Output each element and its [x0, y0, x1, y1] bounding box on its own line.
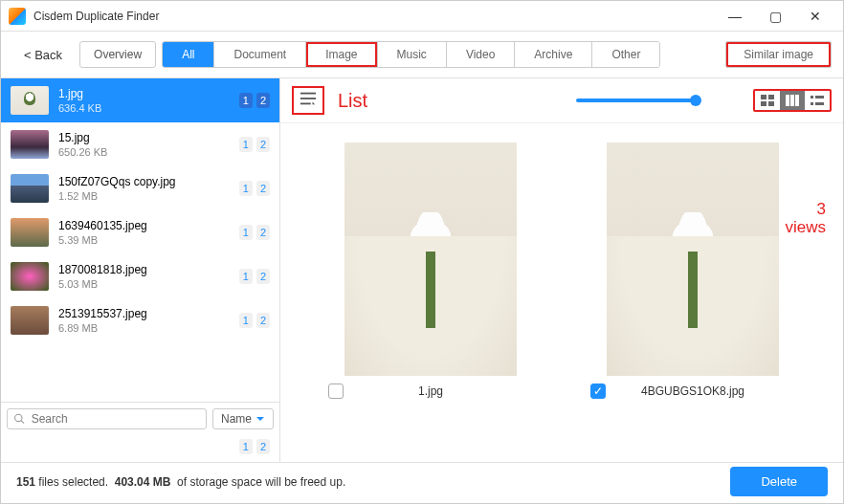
zoom-slider[interactable] — [377, 99, 744, 102]
minimize-button[interactable]: — — [715, 3, 755, 30]
thumbnail — [11, 174, 49, 203]
tab-music[interactable]: Music — [378, 42, 447, 67]
similar-image-button[interactable]: Similar image — [725, 41, 832, 68]
badge-summary: 1 2 — [1, 435, 279, 462]
slider-track[interactable] — [576, 99, 696, 102]
dup-badge: 1 — [239, 181, 253, 196]
select-checkbox[interactable] — [590, 383, 606, 399]
detail-list-icon — [810, 94, 825, 107]
svg-rect-7 — [761, 101, 766, 106]
grid-icon — [760, 94, 775, 107]
selected-count-suffix: files selected. — [35, 475, 115, 489]
app-icon — [9, 8, 26, 25]
tab-archive[interactable]: Archive — [515, 42, 592, 67]
summary-badge: 2 — [256, 439, 270, 454]
list-item[interactable]: 150fZ07GQqs copy.jpg 1.52 MB 1 2 — [1, 166, 279, 210]
titlebar: Cisdem Duplicate Finder — ▢ ✕ — [1, 1, 843, 32]
thumbnail — [11, 262, 49, 291]
close-button[interactable]: ✕ — [795, 3, 835, 30]
thumbnail — [11, 86, 49, 115]
file-name: 150fZ07GQqs copy.jpg — [58, 175, 230, 188]
back-button[interactable]: < Back — [12, 42, 74, 68]
dup-badge: 2 — [256, 93, 270, 108]
list-view-toggle[interactable] — [292, 86, 324, 115]
dup-badge: 2 — [256, 269, 270, 284]
file-size: 636.4 KB — [58, 102, 230, 114]
svg-line-1 — [21, 421, 24, 424]
svg-rect-13 — [815, 96, 824, 99]
file-size: 1.52 MB — [58, 190, 230, 202]
chevron-down-icon — [255, 414, 265, 424]
file-size: 6.89 MB — [58, 322, 230, 334]
freed-size: 403.04 MB — [115, 475, 171, 489]
maximize-button[interactable]: ▢ — [755, 3, 795, 30]
file-name: 1.jpg — [58, 87, 230, 100]
list-item[interactable]: 1870081818.jpeg 5.03 MB 1 2 — [1, 254, 279, 298]
grid-view-button[interactable] — [755, 91, 780, 110]
file-size: 650.26 KB — [58, 146, 230, 158]
dup-badge: 1 — [239, 269, 253, 284]
dup-badge: 2 — [256, 181, 270, 196]
dup-badge: 1 — [239, 225, 253, 240]
list-item[interactable]: 15.jpg 650.26 KB 1 2 — [1, 122, 279, 166]
overview-button[interactable]: Overview — [79, 41, 156, 68]
view-switcher — [753, 89, 832, 112]
thumbnail — [11, 306, 49, 335]
footer: 151 files selected. 403.04 MB of storage… — [1, 462, 843, 500]
preview-filename: 4BGUBGS1OK8.jpg — [613, 384, 772, 398]
list-item[interactable]: 1.jpg 636.4 KB 1 2 — [1, 78, 279, 122]
select-checkbox[interactable] — [328, 383, 344, 399]
search-icon — [13, 412, 26, 426]
freed-size-suffix: of storage space will be freed up. — [170, 475, 345, 489]
tab-document[interactable]: Document — [214, 42, 306, 67]
dup-badge: 1 — [239, 93, 253, 108]
search-box[interactable] — [7, 408, 207, 429]
tab-other[interactable]: Other — [592, 42, 659, 67]
preview-body: 1.jpg 4BGUBGS1OK8.jpg — [280, 123, 843, 462]
preview-image[interactable] — [607, 142, 779, 376]
search-row: Name — [1, 402, 279, 435]
window-controls: — ▢ ✕ — [715, 3, 835, 30]
preview-item: 4BGUBGS1OK8.jpg — [581, 142, 805, 443]
columns-icon — [785, 94, 800, 107]
selected-count: 151 — [16, 475, 35, 489]
sort-dropdown[interactable]: Name — [212, 408, 274, 429]
list-annotation: List — [338, 90, 367, 112]
thumbnail — [11, 130, 49, 159]
file-name: 15.jpg — [58, 131, 230, 144]
svg-rect-9 — [786, 95, 789, 106]
thumbnail — [11, 218, 49, 247]
toolbar: < Back Overview All Document Image Music… — [1, 32, 843, 78]
dup-badge: 1 — [239, 137, 253, 152]
svg-rect-10 — [790, 95, 794, 106]
list-item[interactable]: 1639460135.jpeg 5.39 MB 1 2 — [1, 210, 279, 254]
svg-rect-8 — [768, 101, 774, 106]
dup-badge: 2 — [256, 313, 270, 328]
svg-rect-5 — [761, 95, 766, 99]
list-item[interactable]: 2513915537.jpeg 6.89 MB 1 2 — [1, 298, 279, 342]
preview-image[interactable] — [344, 142, 517, 376]
svg-rect-14 — [811, 102, 813, 105]
tab-image[interactable]: Image — [306, 42, 377, 67]
tab-all[interactable]: All — [163, 42, 214, 67]
summary-badge: 1 — [239, 439, 253, 454]
file-size: 5.39 MB — [58, 234, 230, 246]
file-name: 1870081818.jpeg — [58, 263, 230, 276]
dup-badge: 2 — [256, 225, 270, 240]
delete-button[interactable]: Delete — [730, 467, 828, 496]
detail-view-button[interactable] — [805, 91, 830, 110]
columns-view-button[interactable] — [780, 91, 805, 110]
tab-video[interactable]: Video — [447, 42, 515, 67]
sort-label: Name — [221, 412, 252, 426]
file-name: 1639460135.jpeg — [58, 219, 230, 232]
list-icon — [298, 90, 319, 107]
sidebar: 1.jpg 636.4 KB 1 2 15.jpg 650.26 KB 1 2 — [1, 78, 280, 462]
svg-rect-12 — [811, 96, 813, 99]
svg-rect-15 — [815, 102, 824, 105]
search-input[interactable] — [32, 412, 200, 426]
file-list[interactable]: 1.jpg 636.4 KB 1 2 15.jpg 650.26 KB 1 2 — [1, 78, 279, 402]
file-name: 2513915537.jpeg — [58, 307, 230, 320]
slider-thumb[interactable] — [690, 95, 701, 106]
preview-item: 1.jpg — [319, 142, 543, 443]
svg-rect-11 — [795, 95, 799, 106]
